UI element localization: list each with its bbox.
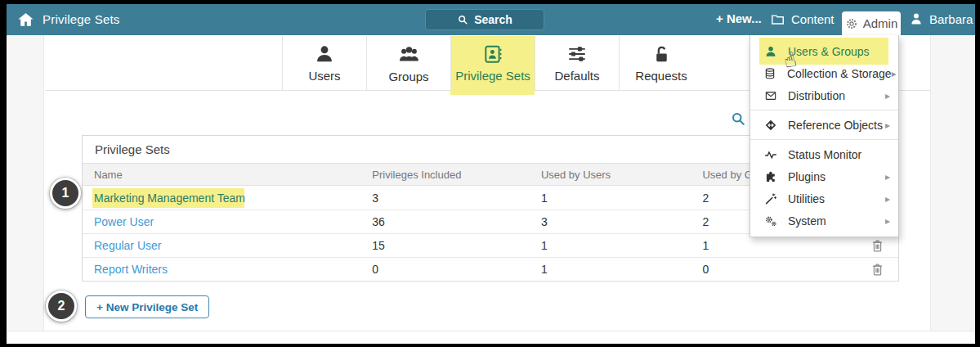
unlock-icon [651, 44, 672, 65]
menu-item-label: Distribution [788, 89, 885, 102]
user-account-label: Barbara [929, 12, 973, 26]
privilege-set-link[interactable]: Power User [94, 215, 154, 228]
trash-icon[interactable] [870, 262, 885, 277]
content-nav-button[interactable]: Content [770, 11, 835, 27]
menu-divider [750, 110, 898, 110]
folder-icon [770, 11, 785, 27]
person-icon [909, 11, 924, 26]
tab-users[interactable]: Users [282, 36, 366, 90]
tab-requests[interactable]: Requests [619, 36, 703, 90]
menu-item-label: Users & Groups [788, 45, 890, 58]
admin-nav-button[interactable]: Admin [842, 11, 901, 35]
tab-label: Defaults [554, 69, 599, 83]
menu-item-reference-objects[interactable]: Reference Objects ▸ [750, 114, 898, 136]
used-by-groups-value: 1 [702, 239, 825, 252]
tab-label: Groups [388, 70, 428, 83]
main-content: Users Groups Privilege Sets Defaults Req… [7, 35, 975, 344]
right-gutter [930, 35, 975, 331]
activity-icon [763, 147, 777, 161]
search-button-label: Search [474, 13, 512, 26]
address-book-icon [482, 43, 503, 65]
annotation-step-1: 1 [50, 178, 81, 209]
tab-label: Privilege Sets [455, 69, 530, 83]
menu-item-label: Collection & Storage [787, 67, 892, 80]
gears-icon [763, 214, 777, 228]
database-icon [763, 66, 776, 80]
left-gutter [7, 35, 44, 331]
user-icon [763, 44, 777, 58]
menu-item-label: Plugins [788, 170, 885, 183]
menu-item-label: System [788, 214, 885, 228]
privileges-included-value: 15 [372, 239, 541, 252]
search-button[interactable]: Search [425, 9, 544, 30]
column-header-used-by-users: Used by Users [541, 169, 703, 181]
used-by-users-value: 1 [541, 239, 703, 252]
privileges-included-value: 36 [372, 215, 541, 228]
menu-item-system[interactable]: System ▸ [750, 210, 898, 232]
content-nav-label: Content [791, 12, 835, 26]
submenu-arrow-icon: ▸ [885, 215, 890, 227]
tab-label: Users [308, 69, 340, 83]
menu-item-collection-storage[interactable]: Collection & Storage ▸ [750, 62, 898, 84]
admin-dropdown-menu: Users & Groups Collection & Storage ▸ Di… [750, 35, 899, 237]
column-header-privileges: Privileges Included [372, 169, 541, 181]
new-menu-label: + New... [716, 11, 762, 25]
diamond-arrows-icon [763, 118, 777, 132]
column-header-name: Name [83, 169, 372, 181]
menu-item-plugins[interactable]: Plugins ▸ [750, 165, 898, 187]
menu-item-status-monitor[interactable]: Status Monitor [750, 143, 898, 165]
divider [7, 331, 975, 331]
menu-item-distribution[interactable]: Distribution ▸ [750, 84, 898, 106]
user-icon [314, 43, 335, 65]
used-by-users-value: 3 [541, 215, 703, 228]
search-icon [457, 14, 468, 25]
privilege-set-link[interactable]: Regular User [94, 239, 161, 252]
trash-icon[interactable] [870, 238, 885, 254]
sliders-icon [566, 43, 588, 65]
app-window: Privilege Sets Search + New... Content A… [7, 4, 975, 344]
new-privilege-set-button[interactable]: + New Privilege Set [85, 295, 209, 318]
user-account-button[interactable]: Barbara [909, 11, 973, 26]
wand-icon [763, 192, 777, 205]
gear-icon [845, 17, 858, 30]
used-by-groups-value: 0 [702, 263, 825, 276]
menu-item-label: Status Monitor [788, 148, 890, 161]
users-group-icon [398, 43, 420, 65]
top-navbar: Privilege Sets Search + New... Content A… [7, 4, 975, 35]
menu-item-users-groups[interactable]: Users & Groups [750, 40, 898, 62]
table-row: Report Writers 0 1 0 [83, 257, 898, 281]
submenu-arrow-icon: ▸ [885, 193, 890, 205]
privilege-set-link[interactable]: Report Writers [94, 263, 168, 276]
puzzle-icon [763, 169, 777, 183]
tab-privilege-sets[interactable]: Privilege Sets [450, 36, 535, 90]
home-icon[interactable] [16, 11, 35, 29]
tab-defaults[interactable]: Defaults [535, 36, 619, 90]
used-by-users-value: 1 [541, 263, 703, 276]
submenu-arrow-icon: ▸ [885, 119, 890, 131]
privileges-included-value: 3 [372, 192, 541, 205]
menu-item-label: Reference Objects [788, 119, 885, 132]
privileges-included-value: 0 [372, 263, 541, 276]
submenu-arrow-icon: ▸ [885, 90, 890, 101]
submenu-arrow-icon: ▸ [892, 68, 897, 79]
tab-label: Requests [635, 69, 687, 83]
table-search-icon[interactable] [730, 110, 746, 127]
admin-nav-label: Admin [863, 16, 898, 30]
tab-groups[interactable]: Groups [366, 36, 450, 90]
page-title: Privilege Sets [43, 12, 120, 26]
privilege-set-link[interactable]: Marketing Management Team [94, 192, 245, 205]
annotation-step-2: 2 [46, 291, 77, 322]
menu-item-label: Utilities [788, 192, 885, 205]
menu-item-utilities[interactable]: Utilities ▸ [750, 187, 898, 210]
envelope-icon [763, 88, 777, 102]
new-menu-button[interactable]: + New... [716, 11, 762, 25]
submenu-arrow-icon: ▸ [885, 171, 890, 183]
menu-divider [750, 139, 898, 140]
used-by-users-value: 1 [541, 192, 703, 205]
